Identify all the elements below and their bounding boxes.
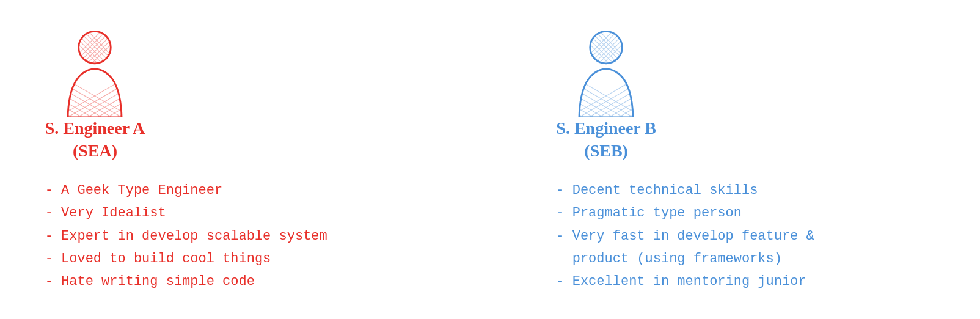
- svg-line-7: [89, 32, 111, 55]
- svg-line-36: [600, 32, 622, 55]
- engineer-a-traits: A Geek Type Engineer Very Idealist Exper…: [45, 179, 327, 293]
- divider: [489, 19, 491, 300]
- engineer-a-avatar: [55, 26, 134, 117]
- list-item: Expert in develop scalable system: [45, 225, 327, 248]
- engineer-b-traits: Decent technical skills Pragmatic type p…: [556, 179, 814, 293]
- list-item: Decent technical skills: [556, 179, 814, 202]
- engineer-a-avatar-area: S. Engineer A (SEA): [45, 26, 145, 162]
- engineer-b-name-line2: (SEB): [584, 141, 628, 160]
- engineer-b-name-line1: S. Engineer B: [556, 119, 656, 138]
- list-item: Loved to build cool things: [45, 248, 327, 270]
- engineer-a-name-line2: (SEA): [73, 141, 117, 160]
- list-item: Very fast in develop feature & product (…: [556, 225, 814, 271]
- engineer-b-name: S. Engineer B (SEB): [556, 117, 656, 162]
- list-item: Pragmatic type person: [556, 202, 814, 224]
- svg-point-29: [590, 32, 623, 64]
- list-item: Hate writing simple code: [45, 270, 327, 293]
- list-item: A Geek Type Engineer: [45, 179, 327, 202]
- engineer-a-name-line1: S. Engineer A: [45, 119, 145, 138]
- svg-point-0: [79, 32, 111, 64]
- engineer-b-panel: S. Engineer B (SEB) Decent technical ski…: [532, 13, 959, 306]
- engineer-a-panel: S. Engineer A (SEA) A Geek Type Engineer…: [21, 13, 448, 306]
- engineer-b-avatar: [566, 26, 646, 117]
- engineer-a-name: S. Engineer A (SEA): [45, 117, 145, 162]
- engineer-b-avatar-area: S. Engineer B (SEB): [556, 26, 656, 162]
- list-item: Very Idealist: [45, 202, 327, 224]
- list-item: Excellent in mentoring junior: [556, 270, 814, 293]
